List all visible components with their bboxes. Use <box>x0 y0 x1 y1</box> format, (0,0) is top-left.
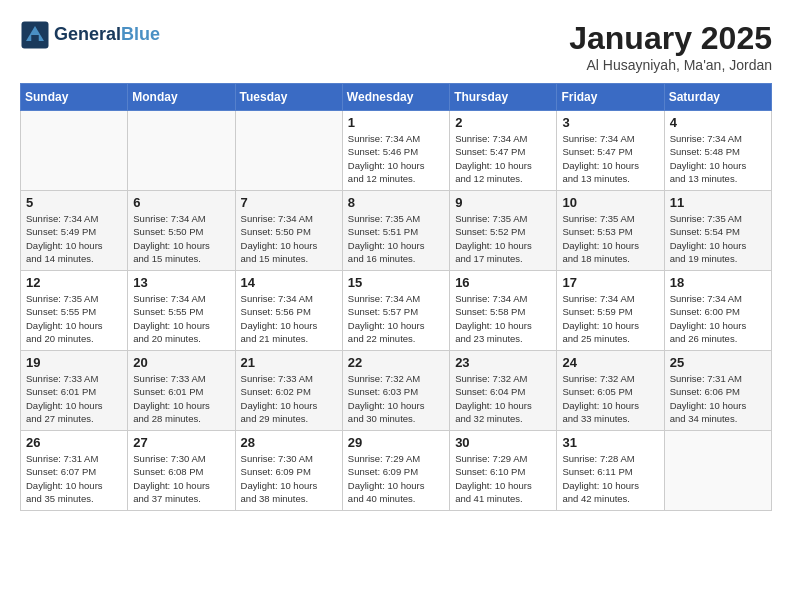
day-info: Sunrise: 7:34 AM Sunset: 5:49 PM Dayligh… <box>26 212 122 265</box>
day-info: Sunrise: 7:35 AM Sunset: 5:52 PM Dayligh… <box>455 212 551 265</box>
calendar-cell: 21Sunrise: 7:33 AM Sunset: 6:02 PM Dayli… <box>235 351 342 431</box>
calendar-cell: 12Sunrise: 7:35 AM Sunset: 5:55 PM Dayli… <box>21 271 128 351</box>
day-number: 27 <box>133 435 229 450</box>
calendar-cell: 15Sunrise: 7:34 AM Sunset: 5:57 PM Dayli… <box>342 271 449 351</box>
logo-text: GeneralBlue <box>54 24 160 46</box>
day-info: Sunrise: 7:32 AM Sunset: 6:05 PM Dayligh… <box>562 372 658 425</box>
weekday-header-wednesday: Wednesday <box>342 84 449 111</box>
calendar-cell <box>21 111 128 191</box>
calendar-cell: 1Sunrise: 7:34 AM Sunset: 5:46 PM Daylig… <box>342 111 449 191</box>
day-info: Sunrise: 7:34 AM Sunset: 5:56 PM Dayligh… <box>241 292 337 345</box>
day-info: Sunrise: 7:34 AM Sunset: 5:50 PM Dayligh… <box>133 212 229 265</box>
day-number: 7 <box>241 195 337 210</box>
day-number: 18 <box>670 275 766 290</box>
day-info: Sunrise: 7:33 AM Sunset: 6:01 PM Dayligh… <box>133 372 229 425</box>
day-info: Sunrise: 7:34 AM Sunset: 5:48 PM Dayligh… <box>670 132 766 185</box>
day-info: Sunrise: 7:34 AM Sunset: 5:47 PM Dayligh… <box>455 132 551 185</box>
day-info: Sunrise: 7:30 AM Sunset: 6:09 PM Dayligh… <box>241 452 337 505</box>
calendar-table: SundayMondayTuesdayWednesdayThursdayFrid… <box>20 83 772 511</box>
calendar-cell <box>664 431 771 511</box>
day-number: 24 <box>562 355 658 370</box>
day-info: Sunrise: 7:34 AM Sunset: 5:50 PM Dayligh… <box>241 212 337 265</box>
day-info: Sunrise: 7:29 AM Sunset: 6:10 PM Dayligh… <box>455 452 551 505</box>
day-info: Sunrise: 7:28 AM Sunset: 6:11 PM Dayligh… <box>562 452 658 505</box>
weekday-header-tuesday: Tuesday <box>235 84 342 111</box>
day-number: 10 <box>562 195 658 210</box>
day-info: Sunrise: 7:29 AM Sunset: 6:09 PM Dayligh… <box>348 452 444 505</box>
day-number: 14 <box>241 275 337 290</box>
weekday-header-row: SundayMondayTuesdayWednesdayThursdayFrid… <box>21 84 772 111</box>
calendar-cell: 29Sunrise: 7:29 AM Sunset: 6:09 PM Dayli… <box>342 431 449 511</box>
day-number: 16 <box>455 275 551 290</box>
day-info: Sunrise: 7:35 AM Sunset: 5:51 PM Dayligh… <box>348 212 444 265</box>
day-info: Sunrise: 7:31 AM Sunset: 6:07 PM Dayligh… <box>26 452 122 505</box>
calendar-cell: 3Sunrise: 7:34 AM Sunset: 5:47 PM Daylig… <box>557 111 664 191</box>
location: Al Husayniyah, Ma'an, Jordan <box>569 57 772 73</box>
calendar-cell: 30Sunrise: 7:29 AM Sunset: 6:10 PM Dayli… <box>450 431 557 511</box>
day-number: 11 <box>670 195 766 210</box>
calendar-cell: 10Sunrise: 7:35 AM Sunset: 5:53 PM Dayli… <box>557 191 664 271</box>
calendar-cell: 31Sunrise: 7:28 AM Sunset: 6:11 PM Dayli… <box>557 431 664 511</box>
day-number: 26 <box>26 435 122 450</box>
day-number: 21 <box>241 355 337 370</box>
day-info: Sunrise: 7:34 AM Sunset: 5:57 PM Dayligh… <box>348 292 444 345</box>
calendar-cell: 2Sunrise: 7:34 AM Sunset: 5:47 PM Daylig… <box>450 111 557 191</box>
calendar-cell: 19Sunrise: 7:33 AM Sunset: 6:01 PM Dayli… <box>21 351 128 431</box>
calendar-cell: 20Sunrise: 7:33 AM Sunset: 6:01 PM Dayli… <box>128 351 235 431</box>
calendar-cell <box>128 111 235 191</box>
calendar-cell: 27Sunrise: 7:30 AM Sunset: 6:08 PM Dayli… <box>128 431 235 511</box>
day-number: 29 <box>348 435 444 450</box>
day-info: Sunrise: 7:31 AM Sunset: 6:06 PM Dayligh… <box>670 372 766 425</box>
calendar-week-3: 12Sunrise: 7:35 AM Sunset: 5:55 PM Dayli… <box>21 271 772 351</box>
day-info: Sunrise: 7:34 AM Sunset: 5:59 PM Dayligh… <box>562 292 658 345</box>
calendar-cell: 26Sunrise: 7:31 AM Sunset: 6:07 PM Dayli… <box>21 431 128 511</box>
logo-icon <box>20 20 50 50</box>
day-number: 6 <box>133 195 229 210</box>
day-info: Sunrise: 7:34 AM Sunset: 6:00 PM Dayligh… <box>670 292 766 345</box>
day-number: 31 <box>562 435 658 450</box>
day-number: 13 <box>133 275 229 290</box>
calendar-cell: 8Sunrise: 7:35 AM Sunset: 5:51 PM Daylig… <box>342 191 449 271</box>
day-info: Sunrise: 7:33 AM Sunset: 6:02 PM Dayligh… <box>241 372 337 425</box>
calendar-cell: 6Sunrise: 7:34 AM Sunset: 5:50 PM Daylig… <box>128 191 235 271</box>
calendar-cell: 4Sunrise: 7:34 AM Sunset: 5:48 PM Daylig… <box>664 111 771 191</box>
calendar-cell: 9Sunrise: 7:35 AM Sunset: 5:52 PM Daylig… <box>450 191 557 271</box>
weekday-header-thursday: Thursday <box>450 84 557 111</box>
day-number: 12 <box>26 275 122 290</box>
day-number: 17 <box>562 275 658 290</box>
day-number: 2 <box>455 115 551 130</box>
day-info: Sunrise: 7:34 AM Sunset: 5:47 PM Dayligh… <box>562 132 658 185</box>
weekday-header-friday: Friday <box>557 84 664 111</box>
day-number: 8 <box>348 195 444 210</box>
day-info: Sunrise: 7:34 AM Sunset: 5:55 PM Dayligh… <box>133 292 229 345</box>
calendar-cell: 7Sunrise: 7:34 AM Sunset: 5:50 PM Daylig… <box>235 191 342 271</box>
calendar-cell: 23Sunrise: 7:32 AM Sunset: 6:04 PM Dayli… <box>450 351 557 431</box>
day-info: Sunrise: 7:30 AM Sunset: 6:08 PM Dayligh… <box>133 452 229 505</box>
calendar-week-4: 19Sunrise: 7:33 AM Sunset: 6:01 PM Dayli… <box>21 351 772 431</box>
day-number: 3 <box>562 115 658 130</box>
calendar-cell: 16Sunrise: 7:34 AM Sunset: 5:58 PM Dayli… <box>450 271 557 351</box>
calendar-cell: 14Sunrise: 7:34 AM Sunset: 5:56 PM Dayli… <box>235 271 342 351</box>
month-title: January 2025 <box>569 20 772 57</box>
day-info: Sunrise: 7:34 AM Sunset: 5:58 PM Dayligh… <box>455 292 551 345</box>
day-number: 15 <box>348 275 444 290</box>
calendar-cell: 28Sunrise: 7:30 AM Sunset: 6:09 PM Dayli… <box>235 431 342 511</box>
day-info: Sunrise: 7:35 AM Sunset: 5:53 PM Dayligh… <box>562 212 658 265</box>
calendar-week-5: 26Sunrise: 7:31 AM Sunset: 6:07 PM Dayli… <box>21 431 772 511</box>
day-number: 30 <box>455 435 551 450</box>
svg-rect-2 <box>31 35 39 44</box>
day-number: 4 <box>670 115 766 130</box>
page-header: GeneralBlue January 2025 Al Husayniyah, … <box>20 20 772 73</box>
calendar-cell <box>235 111 342 191</box>
calendar-cell: 5Sunrise: 7:34 AM Sunset: 5:49 PM Daylig… <box>21 191 128 271</box>
calendar-cell: 13Sunrise: 7:34 AM Sunset: 5:55 PM Dayli… <box>128 271 235 351</box>
day-number: 23 <box>455 355 551 370</box>
day-info: Sunrise: 7:32 AM Sunset: 6:03 PM Dayligh… <box>348 372 444 425</box>
day-info: Sunrise: 7:35 AM Sunset: 5:54 PM Dayligh… <box>670 212 766 265</box>
logo: GeneralBlue <box>20 20 160 50</box>
day-number: 5 <box>26 195 122 210</box>
day-number: 20 <box>133 355 229 370</box>
day-number: 9 <box>455 195 551 210</box>
weekday-header-saturday: Saturday <box>664 84 771 111</box>
day-number: 28 <box>241 435 337 450</box>
